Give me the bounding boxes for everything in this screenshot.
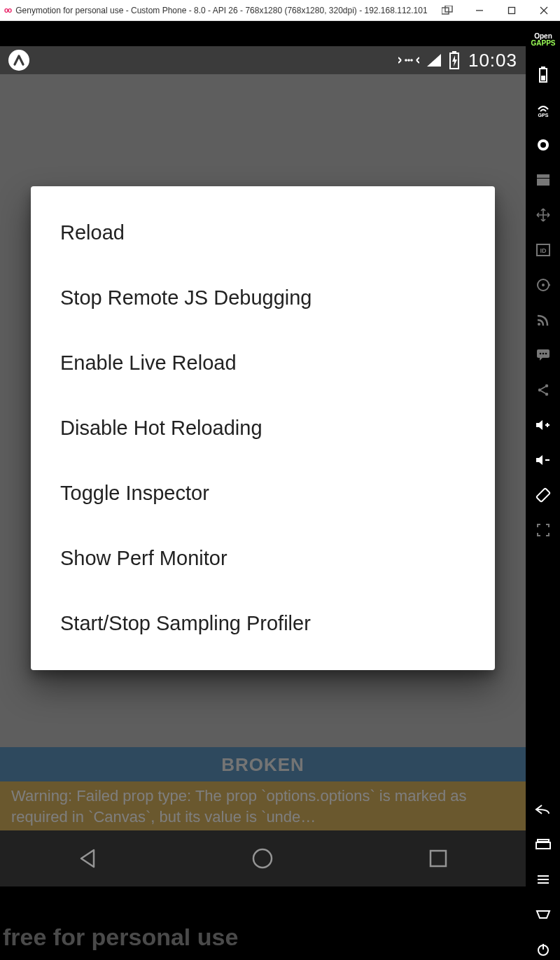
svg-point-8 xyxy=(410,59,413,62)
svg-point-29 xyxy=(545,353,547,355)
svg-line-33 xyxy=(541,387,546,389)
svg-line-34 xyxy=(541,391,546,394)
dev-menu-dialog: Reload Stop Remote JS Debugging Enable L… xyxy=(31,186,495,670)
window-titlebar: oo Genymotion for personal use - Custom … xyxy=(0,0,560,21)
sidebar-rss-icon[interactable] xyxy=(533,309,554,331)
svg-text:GPS: GPS xyxy=(538,113,549,118)
dev-menu-item-stop-remote-debug[interactable]: Stop Remote JS Debugging xyxy=(31,265,495,331)
sidebar-move-icon[interactable] xyxy=(533,204,554,225)
window-maximize-button[interactable] xyxy=(496,0,528,21)
svg-rect-39 xyxy=(536,842,550,849)
sidebar-power-button[interactable] xyxy=(533,939,554,960)
sidebar-back-button[interactable] xyxy=(533,799,554,820)
network-activity-icon xyxy=(398,53,419,67)
sidebar-rotate-button[interactable] xyxy=(533,485,554,506)
window-minimize-button[interactable] xyxy=(463,0,496,21)
svg-rect-14 xyxy=(541,67,545,69)
dev-menu-item-perf-monitor[interactable]: Show Perf Monitor xyxy=(31,526,495,591)
svg-point-23 xyxy=(542,284,545,286)
dev-menu-item-sampling-profiler[interactable]: Start/Stop Sampling Profiler xyxy=(31,591,495,656)
sidebar-battery-icon[interactable] xyxy=(533,64,554,85)
sidebar-volume-down-button[interactable] xyxy=(533,450,554,471)
svg-rect-3 xyxy=(509,7,515,13)
svg-point-25 xyxy=(538,323,540,326)
personal-use-footer: free for personal use xyxy=(0,922,526,960)
window-title: Genymotion for personal use - Custom Pho… xyxy=(15,6,431,15)
emulator-viewport: 10:03 BROKEN Warning: Failed prop type: … xyxy=(0,21,526,960)
dev-menu-item-toggle-inspector[interactable]: Toggle Inspector xyxy=(31,461,495,526)
window-close-button[interactable] xyxy=(528,0,560,21)
sidebar-camera-icon[interactable] xyxy=(533,134,554,155)
signal-icon xyxy=(426,53,442,67)
sidebar-clapper-icon[interactable] xyxy=(533,169,554,190)
dev-menu-item-reload[interactable]: Reload xyxy=(31,200,495,265)
svg-rect-15 xyxy=(541,76,545,81)
sidebar-gapps-button[interactable]: OpenGAPPS xyxy=(533,29,554,50)
svg-rect-40 xyxy=(538,840,549,842)
svg-point-18 xyxy=(540,142,546,148)
battery-charging-icon xyxy=(449,51,460,69)
svg-point-7 xyxy=(407,59,410,62)
sidebar-disc-icon[interactable] xyxy=(533,274,554,295)
sidebar-fullscreen-icon[interactable] xyxy=(533,520,554,541)
dev-menu-item-enable-live-reload[interactable]: Enable Live Reload xyxy=(31,331,495,396)
svg-point-27 xyxy=(540,353,542,355)
svg-rect-10 xyxy=(452,51,456,53)
svg-rect-38 xyxy=(536,488,550,502)
genymotion-logo-icon: oo xyxy=(4,6,11,14)
android-status-bar: 10:03 xyxy=(0,46,526,74)
window-multiwindow-icon[interactable] xyxy=(431,0,463,21)
svg-point-6 xyxy=(405,59,407,62)
app-content: BROKEN Warning: Failed prop type: The pr… xyxy=(0,74,526,886)
sidebar-gps-icon[interactable]: GPS xyxy=(533,99,554,120)
app-badge-icon xyxy=(8,50,29,71)
svg-point-28 xyxy=(542,353,545,355)
status-clock: 10:03 xyxy=(468,50,517,71)
emulator-sidebar: OpenGAPPS GPS ID xyxy=(526,21,560,960)
sidebar-app-switch-button[interactable] xyxy=(533,834,554,855)
sidebar-volume-up-button[interactable] xyxy=(533,415,554,436)
sidebar-id-icon[interactable]: ID xyxy=(533,239,554,260)
dev-menu-item-disable-hot-reload[interactable]: Disable Hot Reloading xyxy=(31,396,495,461)
sidebar-home-button[interactable] xyxy=(533,904,554,925)
svg-rect-19 xyxy=(537,179,550,186)
sidebar-share-icon[interactable] xyxy=(533,380,554,401)
sidebar-menu-button[interactable] xyxy=(533,869,554,890)
sidebar-sms-icon[interactable] xyxy=(533,345,554,366)
svg-text:ID: ID xyxy=(540,247,547,254)
